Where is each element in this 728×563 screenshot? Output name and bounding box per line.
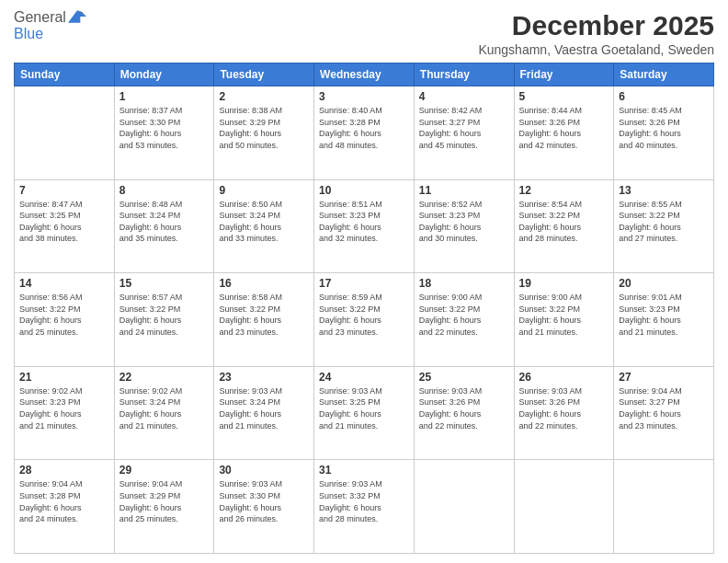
day-number: 22 <box>119 371 210 384</box>
day-info: Sunrise: 9:04 AM Sunset: 3:27 PM Dayligh… <box>619 385 709 431</box>
logo-blue: Blue <box>14 26 86 42</box>
day-cell: 22Sunrise: 9:02 AM Sunset: 3:24 PM Dayli… <box>114 366 214 460</box>
day-info: Sunrise: 8:38 AM Sunset: 3:29 PM Dayligh… <box>219 105 309 151</box>
day-number: 27 <box>619 371 709 384</box>
day-info: Sunrise: 8:56 AM Sunset: 3:22 PM Dayligh… <box>19 292 109 338</box>
day-cell: 1Sunrise: 8:37 AM Sunset: 3:30 PM Daylig… <box>114 86 214 180</box>
day-number: 19 <box>519 277 609 290</box>
calendar-table: Sunday Monday Tuesday Wednesday Thursday… <box>14 63 714 554</box>
day-info: Sunrise: 8:52 AM Sunset: 3:23 PM Dayligh… <box>419 199 509 245</box>
day-info: Sunrise: 8:51 AM Sunset: 3:23 PM Dayligh… <box>319 199 409 245</box>
day-number: 24 <box>319 371 409 384</box>
day-number: 7 <box>19 184 109 197</box>
day-cell: 23Sunrise: 9:03 AM Sunset: 3:24 PM Dayli… <box>214 366 314 460</box>
header-tuesday: Tuesday <box>214 63 314 86</box>
day-number: 11 <box>419 184 509 197</box>
day-info: Sunrise: 8:47 AM Sunset: 3:25 PM Dayligh… <box>19 199 109 245</box>
day-number: 26 <box>519 371 609 384</box>
day-cell: 15Sunrise: 8:57 AM Sunset: 3:22 PM Dayli… <box>114 273 214 367</box>
day-number: 16 <box>219 277 309 290</box>
day-cell: 2Sunrise: 8:38 AM Sunset: 3:29 PM Daylig… <box>214 86 314 180</box>
day-info: Sunrise: 9:00 AM Sunset: 3:22 PM Dayligh… <box>419 292 509 338</box>
logo-icon <box>68 7 86 26</box>
day-cell: 25Sunrise: 9:03 AM Sunset: 3:26 PM Dayli… <box>414 366 514 460</box>
day-number: 3 <box>319 90 409 103</box>
day-info: Sunrise: 8:40 AM Sunset: 3:28 PM Dayligh… <box>319 105 409 151</box>
day-cell: 21Sunrise: 9:02 AM Sunset: 3:23 PM Dayli… <box>15 366 115 460</box>
day-number: 6 <box>619 90 709 103</box>
day-number: 17 <box>319 277 409 290</box>
day-number: 31 <box>319 464 409 477</box>
day-info: Sunrise: 9:03 AM Sunset: 3:24 PM Dayligh… <box>219 385 309 431</box>
week-row-1: 1Sunrise: 8:37 AM Sunset: 3:30 PM Daylig… <box>15 86 714 180</box>
day-number: 10 <box>319 184 409 197</box>
day-number: 8 <box>119 184 210 197</box>
week-row-5: 28Sunrise: 9:04 AM Sunset: 3:28 PM Dayli… <box>15 460 714 554</box>
header: General Blue December 2025 Kungshamn, Va… <box>14 9 714 57</box>
svg-marker-0 <box>68 10 86 22</box>
day-cell: 12Sunrise: 8:54 AM Sunset: 3:22 PM Dayli… <box>514 179 614 273</box>
header-sunday: Sunday <box>15 63 115 86</box>
day-info: Sunrise: 9:01 AM Sunset: 3:23 PM Dayligh… <box>619 292 709 338</box>
day-info: Sunrise: 9:04 AM Sunset: 3:28 PM Dayligh… <box>19 478 109 524</box>
day-cell: 17Sunrise: 8:59 AM Sunset: 3:22 PM Dayli… <box>314 273 415 367</box>
day-number: 13 <box>619 184 709 197</box>
day-info: Sunrise: 8:57 AM Sunset: 3:22 PM Dayligh… <box>119 292 210 338</box>
day-number: 21 <box>19 371 109 384</box>
day-info: Sunrise: 9:03 AM Sunset: 3:26 PM Dayligh… <box>519 385 609 431</box>
day-cell: 9Sunrise: 8:50 AM Sunset: 3:24 PM Daylig… <box>214 179 314 273</box>
day-cell: 14Sunrise: 8:56 AM Sunset: 3:22 PM Dayli… <box>15 273 115 367</box>
day-number: 9 <box>219 184 309 197</box>
day-number: 28 <box>19 464 109 477</box>
day-cell: 7Sunrise: 8:47 AM Sunset: 3:25 PM Daylig… <box>15 179 115 273</box>
day-number: 18 <box>419 277 509 290</box>
day-number: 25 <box>419 371 509 384</box>
header-monday: Monday <box>114 63 214 86</box>
day-number: 4 <box>419 90 509 103</box>
day-info: Sunrise: 8:59 AM Sunset: 3:22 PM Dayligh… <box>319 292 409 338</box>
day-cell <box>414 460 514 554</box>
day-info: Sunrise: 8:37 AM Sunset: 3:30 PM Dayligh… <box>119 105 210 151</box>
calendar-subtitle: Kungshamn, Vaestra Goetaland, Sweden <box>478 42 714 57</box>
day-info: Sunrise: 9:00 AM Sunset: 3:22 PM Dayligh… <box>519 292 609 338</box>
day-cell: 30Sunrise: 9:03 AM Sunset: 3:30 PM Dayli… <box>214 460 314 554</box>
day-info: Sunrise: 8:50 AM Sunset: 3:24 PM Dayligh… <box>219 199 309 245</box>
day-number: 14 <box>19 277 109 290</box>
day-cell: 5Sunrise: 8:44 AM Sunset: 3:26 PM Daylig… <box>514 86 614 180</box>
day-info: Sunrise: 9:03 AM Sunset: 3:25 PM Dayligh… <box>319 385 409 431</box>
day-cell: 11Sunrise: 8:52 AM Sunset: 3:23 PM Dayli… <box>414 179 514 273</box>
day-info: Sunrise: 9:03 AM Sunset: 3:26 PM Dayligh… <box>419 385 509 431</box>
logo: General Blue <box>14 9 86 42</box>
header-thursday: Thursday <box>414 63 514 86</box>
day-info: Sunrise: 8:44 AM Sunset: 3:26 PM Dayligh… <box>519 105 609 151</box>
day-cell: 24Sunrise: 9:03 AM Sunset: 3:25 PM Dayli… <box>314 366 415 460</box>
day-cell: 27Sunrise: 9:04 AM Sunset: 3:27 PM Dayli… <box>614 366 714 460</box>
day-number: 12 <box>519 184 609 197</box>
day-cell: 13Sunrise: 8:55 AM Sunset: 3:22 PM Dayli… <box>614 179 714 273</box>
day-cell: 28Sunrise: 9:04 AM Sunset: 3:28 PM Dayli… <box>15 460 115 554</box>
header-saturday: Saturday <box>614 63 714 86</box>
day-cell: 29Sunrise: 9:04 AM Sunset: 3:29 PM Dayli… <box>114 460 214 554</box>
day-cell: 10Sunrise: 8:51 AM Sunset: 3:23 PM Dayli… <box>314 179 415 273</box>
day-cell <box>614 460 714 554</box>
day-info: Sunrise: 8:42 AM Sunset: 3:27 PM Dayligh… <box>419 105 509 151</box>
day-info: Sunrise: 8:48 AM Sunset: 3:24 PM Dayligh… <box>119 199 210 245</box>
day-number: 2 <box>219 90 309 103</box>
day-number: 23 <box>219 371 309 384</box>
day-cell: 3Sunrise: 8:40 AM Sunset: 3:28 PM Daylig… <box>314 86 415 180</box>
day-cell: 31Sunrise: 9:03 AM Sunset: 3:32 PM Dayli… <box>314 460 415 554</box>
day-number: 15 <box>119 277 210 290</box>
day-info: Sunrise: 9:03 AM Sunset: 3:30 PM Dayligh… <box>219 478 309 524</box>
day-cell: 19Sunrise: 9:00 AM Sunset: 3:22 PM Dayli… <box>514 273 614 367</box>
day-info: Sunrise: 9:04 AM Sunset: 3:29 PM Dayligh… <box>119 478 210 524</box>
day-cell: 6Sunrise: 8:45 AM Sunset: 3:26 PM Daylig… <box>614 86 714 180</box>
day-cell: 26Sunrise: 9:03 AM Sunset: 3:26 PM Dayli… <box>514 366 614 460</box>
day-info: Sunrise: 9:02 AM Sunset: 3:23 PM Dayligh… <box>19 385 109 431</box>
day-number: 20 <box>619 277 709 290</box>
header-wednesday: Wednesday <box>314 63 415 86</box>
logo-general: General <box>14 9 66 26</box>
day-info: Sunrise: 9:03 AM Sunset: 3:32 PM Dayligh… <box>319 478 409 524</box>
day-cell: 16Sunrise: 8:58 AM Sunset: 3:22 PM Dayli… <box>214 273 314 367</box>
day-number: 29 <box>119 464 210 477</box>
header-friday: Friday <box>514 63 614 86</box>
